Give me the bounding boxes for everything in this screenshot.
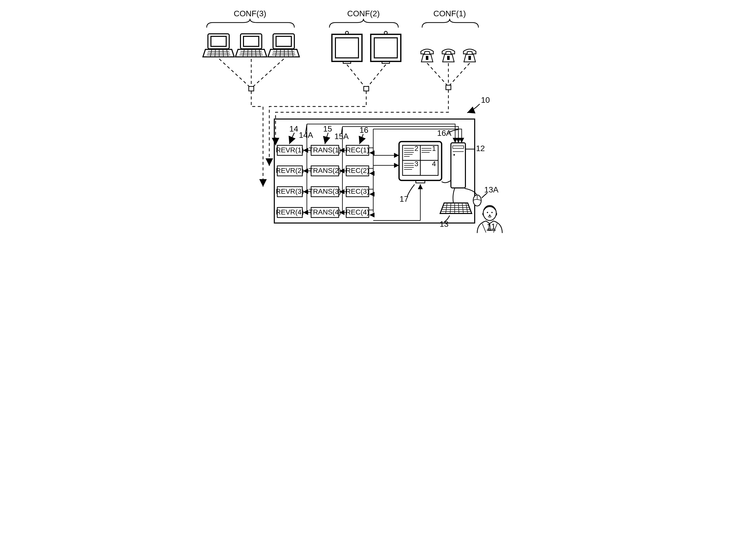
- ref-14-label: 14: [289, 124, 298, 133]
- quad-4: 4: [432, 160, 436, 168]
- svg-line-41: [253, 59, 284, 86]
- svg-line-28: [288, 50, 289, 57]
- svg-rect-31: [335, 38, 358, 58]
- ref-16-label: 16: [359, 126, 368, 135]
- svg-rect-32: [343, 61, 351, 63]
- svg-rect-96: [451, 143, 465, 188]
- quad-3: 3: [414, 160, 418, 168]
- phone-icon: [463, 49, 476, 62]
- svg-line-16: [247, 50, 248, 57]
- svg-rect-21: [276, 36, 291, 46]
- quad-1: 1: [432, 145, 436, 152]
- conf2-links: [347, 65, 386, 86]
- trans4-label: TRANS(4): [309, 208, 341, 216]
- hub-icon: [364, 86, 369, 91]
- svg-line-26: [280, 50, 281, 57]
- trans2-label: TRANS(2): [309, 167, 341, 174]
- ref-15-label: 15: [323, 124, 332, 133]
- hub-icon: [446, 85, 451, 90]
- svg-point-114: [487, 212, 488, 213]
- monitor-icon: [371, 31, 401, 63]
- svg-rect-34: [374, 38, 397, 58]
- laptop-icon: [235, 34, 267, 57]
- svg-rect-36: [426, 56, 428, 60]
- trans-col: TRANS(1) TRANS(2) TRANS(3) TRANS(4): [309, 145, 341, 217]
- phone-icon: [421, 49, 433, 62]
- svg-line-44: [427, 63, 447, 85]
- ref-12-label: 12: [476, 144, 485, 153]
- svg-line-39: [219, 59, 249, 86]
- revr2-label: REVR(2): [276, 167, 304, 174]
- trans1-label: TRANS(1): [309, 146, 341, 154]
- rec-to-trans-arrows: [339, 150, 346, 212]
- conf1-group: CONF(1): [422, 9, 478, 28]
- ref-15a-label: 15A: [334, 132, 349, 141]
- svg-rect-1: [211, 36, 226, 46]
- svg-rect-38: [468, 56, 471, 60]
- conf3-to-revr: [251, 91, 263, 187]
- svg-point-115: [491, 212, 492, 213]
- conf2-label: CONF(2): [347, 9, 380, 18]
- svg-line-18: [256, 50, 256, 57]
- rec4-label: REC(4): [346, 208, 369, 216]
- conf3-label: CONF(3): [234, 9, 266, 18]
- revr1-label: REVR(1): [276, 146, 304, 154]
- laptop-icon: [268, 34, 299, 57]
- svg-point-113: [483, 205, 496, 221]
- monitor-icon: [332, 31, 362, 63]
- conf1-links: [427, 63, 470, 85]
- svg-rect-81: [416, 180, 425, 183]
- conf3-group: CONF(3): [207, 9, 294, 28]
- display-monitor: 1 2 3 4: [399, 142, 442, 183]
- ref-14a-label: 14A: [299, 131, 313, 140]
- ref-11-label: 11: [487, 222, 496, 231]
- ref-13-label: 13: [440, 220, 449, 229]
- rec2-label: REC(2): [346, 167, 369, 174]
- svg-rect-37: [447, 56, 450, 60]
- quad-2: 2: [414, 145, 418, 152]
- ref-10-arrow: [467, 104, 480, 113]
- svg-rect-35: [382, 61, 390, 63]
- conf2-group: CONF(2): [329, 9, 398, 28]
- revr-col: REVR(1) REVR(2) REVR(3) REVR(4): [276, 145, 304, 217]
- svg-line-6: [215, 50, 215, 57]
- svg-line-8: [223, 50, 223, 57]
- rec-col: REC(1) REC(2) REC(3) REC(4): [346, 145, 369, 217]
- svg-line-46: [450, 63, 470, 85]
- keyboard-icon: [440, 203, 472, 213]
- revr3-label: REVR(3): [276, 187, 304, 195]
- svg-line-43: [368, 65, 386, 86]
- rec3-label: REC(3): [346, 187, 369, 195]
- ref-16a-label: 16A: [437, 129, 452, 138]
- ref-10-label: 10: [481, 95, 490, 104]
- svg-point-99: [453, 154, 455, 156]
- revr4-label: REVR(4): [276, 208, 304, 216]
- phone-icon: [442, 49, 455, 62]
- diagram-root: CONF(3) CONF(2) CONF(1): [189, 0, 567, 274]
- tower-icon: [451, 143, 465, 188]
- conf1-brace: [422, 19, 478, 28]
- hub-icon: [249, 86, 254, 91]
- svg-rect-11: [243, 36, 259, 46]
- conf2-brace: [329, 19, 398, 28]
- conf1-label: CONF(1): [433, 9, 466, 18]
- trans3-label: TRANS(3): [309, 187, 341, 195]
- rec1-label: REC(1): [346, 146, 369, 154]
- ref-13a-label: 13A: [484, 185, 499, 194]
- ref-17-label: 17: [400, 194, 409, 203]
- laptop-icon: [203, 34, 234, 57]
- conf3-brace: [207, 19, 294, 28]
- svg-line-42: [347, 65, 364, 86]
- conf3-links: [219, 59, 284, 86]
